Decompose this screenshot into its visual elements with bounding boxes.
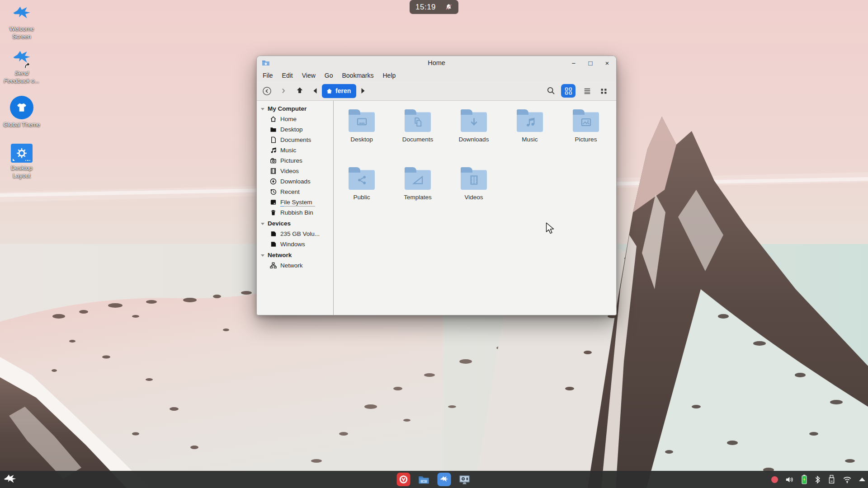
bell-slash-icon [445,3,453,11]
sidebar-item-network[interactable]: Network [257,260,333,271]
desktop-icon-label: Send Feedback o... [2,70,42,84]
collapse-arrow-icon [261,223,264,225]
folder-icon [405,170,431,190]
screen-recording-icon[interactable] [771,476,778,483]
ruler-emblem-icon [412,174,424,186]
sidebar-item-rubbish-bin[interactable]: Rubbish Bin [257,207,333,218]
expand-tray-icon[interactable] [859,478,865,481]
sidebar-item-videos[interactable]: Videos [257,166,333,176]
folder-icon [461,170,487,190]
scroll-path-right-icon[interactable] [360,88,366,94]
search-icon[interactable] [547,86,556,95]
film-icon [270,168,277,174]
menu-help[interactable]: Help [378,70,401,81]
folder-desktop[interactable]: Desktop [334,108,390,166]
clock-pill[interactable]: 15:19 [410,0,458,14]
battery-charging-icon[interactable] [801,474,807,485]
path-button-home[interactable]: feren [322,84,356,98]
network-icon [270,262,277,269]
vivaldi-browser-icon[interactable] [397,473,410,486]
film-emblem-icon [468,174,480,186]
screen-emblem-icon [356,116,368,128]
drive-icon [270,230,277,237]
removable-media-icon[interactable] [828,474,835,484]
home-icon [270,116,277,122]
up-button-icon[interactable] [295,86,304,95]
desktop-icon-label: Desktop Layout [2,164,42,179]
sidebar-item-volume[interactable]: 235 GB Volu... [257,229,333,239]
taskbar [0,471,868,488]
folder-downloads[interactable]: Downloads [446,108,502,166]
folder-public[interactable]: Public [334,166,390,224]
menu-go[interactable]: Go [320,70,338,81]
desktop-icon-label: Global Theme [2,121,42,129]
sidebar-item-pictures[interactable]: Pictures [257,155,333,166]
folder-icon [573,112,599,132]
folder-templates[interactable]: Templates [390,166,446,224]
desktop-settings-icon [11,144,33,163]
desktop-icon-desktop-layout[interactable]: Desktop Layout [1,144,42,179]
collapse-arrow-icon [261,108,264,110]
compact-view-icon [600,87,608,95]
sidebar-item-windows[interactable]: Windows [257,239,333,249]
maximize-button[interactable]: □ [586,60,594,66]
sidebar-item-recent[interactable]: Recent [257,187,333,197]
sidebar-item-desktop[interactable]: Desktop [257,124,333,135]
trash-icon [270,209,277,216]
download-emblem-icon [468,116,480,128]
menu-view[interactable]: View [297,70,320,81]
file-manager-icon[interactable] [417,473,431,486]
compact-view-button[interactable] [596,84,611,98]
file-pane[interactable]: Desktop Documents Downloads Music Pictur… [334,101,616,315]
feedback-app-icon[interactable] [438,473,451,486]
menu-bookmarks[interactable]: Bookmarks [337,70,378,81]
bluetooth-icon[interactable] [814,475,821,484]
sidebar-item-music[interactable]: Music [257,145,333,155]
close-button[interactable]: × [603,60,611,66]
folder-documents[interactable]: Documents [390,108,446,166]
window-titlebar[interactable]: Home − □ × [257,56,616,70]
desktop-icon-welcome-screen[interactable]: Welcome Screen [1,5,42,40]
folder-icon [349,112,375,132]
folder-icon [461,112,487,132]
folder-videos[interactable]: Videos [446,166,502,224]
mouse-cursor [545,222,555,234]
sidebar-section-network[interactable]: Network [257,249,333,260]
list-view-button[interactable] [580,84,594,98]
sidebar-item-downloads[interactable]: Downloads [257,176,333,187]
icon-view-button[interactable] [561,84,576,98]
sidebar-item-file-system[interactable]: File System [257,197,333,207]
folder-icon [270,126,277,133]
sidebar-item-home[interactable]: Home [257,114,333,124]
shortcut-arrow-icon [24,63,30,69]
volume-icon[interactable] [785,475,794,484]
toolbar: feren [257,81,616,101]
folder-music[interactable]: Music [502,108,558,166]
back-button-icon[interactable] [262,86,272,96]
drive-icon [270,241,277,248]
minimize-button[interactable]: − [570,60,578,66]
scroll-path-left-icon[interactable] [312,88,318,94]
desktop-icon-send-feedback[interactable]: Send Feedback o... [1,50,42,84]
folder-pictures[interactable]: Pictures [558,108,614,166]
media-player-icon[interactable] [458,473,472,486]
sidebar-section-devices[interactable]: Devices [257,218,333,229]
sidebar-item-documents[interactable]: Documents [257,135,333,145]
forward-button-icon[interactable] [279,87,288,95]
tshirt-circle-icon [10,96,33,119]
folder-icon [517,112,543,132]
folder-icon [349,170,375,190]
wifi-icon[interactable] [842,475,852,484]
document-icon [270,136,277,143]
image-emblem-icon [580,116,592,128]
menu-file[interactable]: File [258,70,278,81]
recent-clock-icon [270,188,277,195]
desktop-icon-global-theme[interactable]: Global Theme [1,96,42,129]
menubar: File Edit View Go Bookmarks Help [257,70,616,81]
start-menu-button[interactable] [3,474,17,485]
grid-view-icon [564,87,573,95]
system-tray [771,471,865,488]
menu-edit[interactable]: Edit [278,70,297,81]
collapse-arrow-icon [261,254,264,257]
sidebar-section-my-computer[interactable]: My Computer [257,103,333,114]
